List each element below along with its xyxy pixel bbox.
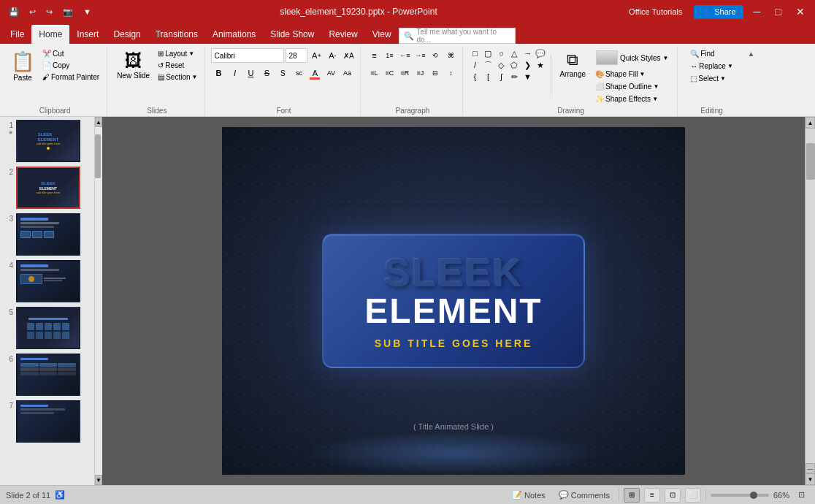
slide-img-7[interactable] <box>16 400 80 443</box>
ribbon-collapse[interactable]: ▲ <box>746 47 757 116</box>
undo-button[interactable]: ↩ <box>26 6 39 18</box>
slide-img-5[interactable] <box>16 307 80 349</box>
shape-star[interactable]: ★ <box>535 60 546 70</box>
shape-line[interactable]: / <box>469 60 481 70</box>
slide-title-box[interactable]: SLEEK ELEMENT SUB TITLE GOES HERE <box>322 234 585 368</box>
layout-btn[interactable]: ⊞ Layout ▼ <box>155 48 200 59</box>
shape-arrow-right[interactable]: → <box>521 48 533 58</box>
shape-diamond[interactable]: ◇ <box>495 60 507 70</box>
bullets-btn[interactable]: ≡ <box>367 48 381 63</box>
arrange-btn[interactable]: ⧉ Arrange <box>556 48 589 80</box>
slide-canvas[interactable]: SLEEK ELEMENT SUB TITLE GOES HERE ( Titl… <box>222 127 685 475</box>
canvas-scrollbar[interactable]: ▲ — ▼ <box>805 117 815 485</box>
tab-animations[interactable]: Animations <box>205 25 263 44</box>
tab-view[interactable]: View <box>365 25 399 44</box>
change-case-btn[interactable]: Aa <box>340 66 354 80</box>
copy-btn[interactable]: 📄 Copy <box>39 60 102 71</box>
tab-file[interactable]: File <box>3 25 31 44</box>
text-direction-btn[interactable]: ⟲ <box>428 48 443 63</box>
tab-home[interactable]: Home <box>31 25 69 44</box>
font-name-box[interactable]: Calibri <box>211 48 284 63</box>
shape-triangle[interactable]: △ <box>508 48 520 58</box>
shadow-btn[interactable]: S <box>275 66 290 80</box>
font-color-btn[interactable]: A <box>307 66 322 80</box>
tab-transitions[interactable]: Transitions <box>148 25 205 44</box>
zoom-thumb[interactable] <box>750 492 757 499</box>
shape-pentagon[interactable]: ⬠ <box>508 60 520 70</box>
align-left-btn[interactable]: ≡L <box>367 66 381 80</box>
shape-bracket[interactable]: [ <box>482 72 494 82</box>
convert-to-smartart-btn[interactable]: ⌘ <box>443 48 458 63</box>
underline-btn[interactable]: U <box>243 66 258 80</box>
slide-img-2[interactable]: SLEEK ELEMENT sub title goes here <box>16 167 80 209</box>
canvas-scroll-down[interactable]: ▼ <box>806 473 815 485</box>
shape-more[interactable]: ▼ <box>521 72 533 82</box>
restore-btn[interactable]: □ <box>771 4 786 19</box>
redo-button[interactable]: ↪ <box>43 6 56 18</box>
save-button[interactable]: 💾 <box>6 6 22 18</box>
minimize-btn[interactable]: ─ <box>749 4 765 19</box>
increase-font-btn[interactable]: A+ <box>309 48 324 63</box>
view-presenter-btn[interactable]: ⬜ <box>685 488 701 503</box>
view-grid-btn[interactable]: ⊡ <box>665 488 681 503</box>
scroll-thumb[interactable] <box>95 134 101 178</box>
tab-review[interactable]: Review <box>321 25 364 44</box>
new-slide-btn[interactable]: 🖼 New Slide <box>113 48 153 82</box>
customize-quick-access[interactable]: ▼ <box>80 6 94 18</box>
bold-btn[interactable]: B <box>211 66 226 80</box>
slide-img-4[interactable] <box>16 260 80 302</box>
canvas-scroll-up[interactable]: ▲ <box>806 117 815 129</box>
numbering-btn[interactable]: 1≡ <box>382 48 397 63</box>
canvas-scroll-middle-btn[interactable]: — <box>806 463 815 473</box>
cut-btn[interactable]: ✂️ Cut <box>39 48 102 59</box>
office-tutorials-btn[interactable]: Office Tutorials <box>623 6 688 18</box>
text-spacing-btn[interactable]: AV <box>324 66 338 80</box>
decrease-indent-btn[interactable]: ←≡ <box>397 48 412 63</box>
align-center-btn[interactable]: ≡C <box>382 66 397 80</box>
quick-styles-btn[interactable]: Quick Styles ▼ <box>592 48 673 67</box>
share-btn[interactable]: 👤 Share <box>694 5 743 19</box>
shape-arc[interactable]: ⌒ <box>482 60 494 70</box>
shape-callout[interactable]: 💬 <box>535 48 546 58</box>
shape-oval[interactable]: ○ <box>495 48 507 58</box>
shape-fill-btn[interactable]: 🎨 Shape Fill ▼ <box>592 69 673 80</box>
reset-btn[interactable]: ↺ Reset <box>155 60 200 71</box>
decrease-font-btn[interactable]: A- <box>325 48 340 63</box>
font-size-box[interactable]: 28 <box>286 48 307 63</box>
replace-btn[interactable]: ↔ Replace ▼ <box>687 61 736 72</box>
zoom-slider[interactable] <box>711 494 769 497</box>
canvas-scroll-thumb[interactable] <box>806 143 815 180</box>
notes-btn[interactable]: 📝 Notes <box>508 489 550 501</box>
shape-chevron[interactable]: ❯ <box>521 60 533 70</box>
scroll-down-btn[interactable]: ▼ <box>95 475 102 485</box>
comments-btn[interactable]: 💬 Comments <box>554 489 614 501</box>
shape-rect[interactable]: □ <box>469 48 481 58</box>
scroll-up-btn[interactable]: ▲ <box>95 117 102 127</box>
slides-scrollbar[interactable]: ▲ ▼ <box>95 117 102 485</box>
shape-brace[interactable]: { <box>469 72 481 82</box>
view-normal-btn[interactable]: ⊞ <box>624 488 640 503</box>
slide-img-6[interactable] <box>16 354 80 396</box>
slide-thumb-7[interactable]: 7 <box>3 400 91 443</box>
small-caps-btn[interactable]: sc <box>291 66 306 80</box>
tab-design[interactable]: Design <box>106 25 148 44</box>
clear-format-btn[interactable]: ✗A <box>341 48 356 63</box>
shape-rounded-rect[interactable]: ▢ <box>482 48 494 58</box>
slide-img-1[interactable]: SLEEKELEMENT sub title goes here <box>16 120 80 162</box>
shape-outline-btn[interactable]: ⬜ Shape Outline ▼ <box>592 81 673 92</box>
justify-btn[interactable]: ≡J <box>413 66 427 80</box>
paste-btn[interactable]: 📋 Paste <box>7 48 38 84</box>
line-spacing-btn[interactable]: ↕ <box>443 66 458 80</box>
columns-btn[interactable]: ⊟ <box>428 66 443 80</box>
shape-curve[interactable]: ∫ <box>495 72 507 82</box>
close-btn[interactable]: ✕ <box>792 4 809 19</box>
slide-img-3[interactable] <box>16 213 80 256</box>
slide-thumb-3[interactable]: 3 <box>3 213 91 256</box>
tab-insert[interactable]: Insert <box>69 25 106 44</box>
strikethrough-btn[interactable]: S <box>259 66 274 80</box>
slide-thumb-2[interactable]: 2 SLEEK ELEMENT sub title goes here <box>3 167 91 209</box>
slide-thumb-5[interactable]: 5 <box>3 307 91 349</box>
shape-effects-btn[interactable]: ✨ Shape Effects ▼ <box>592 93 673 104</box>
slide-thumb-4[interactable]: 4 <box>3 260 91 302</box>
italic-btn[interactable]: I <box>227 66 242 80</box>
